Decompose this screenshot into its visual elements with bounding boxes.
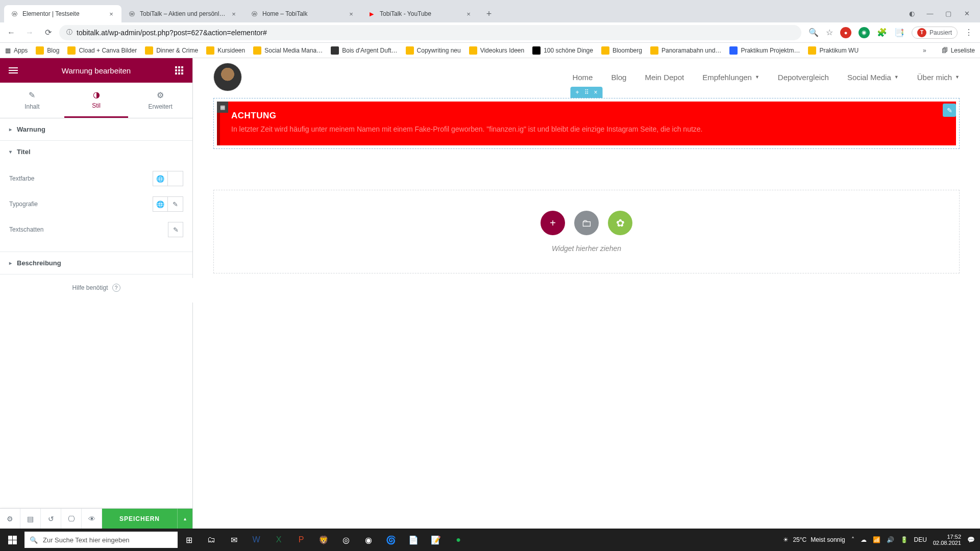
volume-icon[interactable]: 🔊 xyxy=(887,536,894,543)
bookmark-item[interactable]: Praktikum WU xyxy=(808,46,859,55)
add-template-button[interactable]: 🗀 xyxy=(574,211,599,235)
taskbar-app-powerpoint[interactable]: P xyxy=(290,529,312,551)
bookmark-item[interactable]: Bois d'Argent Duft… xyxy=(331,46,397,55)
bookmark-item[interactable]: Dinner & Crime xyxy=(145,46,198,55)
task-view-button[interactable]: ⊞ xyxy=(178,529,200,551)
site-logo[interactable] xyxy=(213,63,242,91)
url-input[interactable]: ⓘ tobitalk.at/wp-admin/post.php?post=627… xyxy=(59,25,801,40)
nav-item-blog[interactable]: Blog xyxy=(611,73,626,82)
extension-abp-icon[interactable]: ● xyxy=(840,27,851,38)
bookmark-item[interactable]: Bloomberg xyxy=(601,46,642,55)
global-typography-button[interactable]: 🌐 xyxy=(153,196,168,212)
edit-section-button[interactable]: ⠿ xyxy=(584,89,589,96)
bookmark-item[interactable]: Praktikum Projektm… xyxy=(729,46,800,55)
preview-canvas[interactable]: Home Blog Mein Depot Empfehlungen▼ Depot… xyxy=(193,58,980,529)
maximize-icon[interactable]: ▢ xyxy=(944,10,952,17)
zoom-icon[interactable]: 🔍 xyxy=(808,28,819,37)
accordion-description[interactable]: ▸Beschreibung xyxy=(0,252,192,274)
wifi-icon[interactable]: 📶 xyxy=(873,536,880,543)
add-section-button[interactable]: + xyxy=(541,211,565,235)
accordion-title[interactable]: ▾Titel xyxy=(0,141,192,163)
bookmark-item[interactable]: 100 schöne Dinge xyxy=(532,46,593,55)
browser-tab[interactable]: ⓦ TobiTalk – Aktien und persönlich… × xyxy=(121,5,244,22)
edit-widget-button[interactable]: ✎ xyxy=(943,104,956,117)
tab-content[interactable]: ✎Inhalt xyxy=(0,83,64,118)
add-section-area[interactable]: + 🗀 ✿ Widget hierher ziehen xyxy=(213,190,960,273)
edit-typography-button[interactable]: ✎ xyxy=(168,196,183,212)
minimize-icon[interactable]: — xyxy=(926,10,934,17)
notifications-icon[interactable]: 💬 xyxy=(967,536,975,543)
save-options-button[interactable]: ▴ xyxy=(177,509,192,529)
taskbar-app-excel[interactable]: X xyxy=(267,529,290,551)
language-indicator[interactable]: DEU xyxy=(914,536,927,543)
history-button[interactable]: ↺ xyxy=(41,509,61,529)
taskbar-search[interactable]: 🔍 Zur Suche Text hier eingeben xyxy=(24,532,178,548)
bookmark-item[interactable]: Copywriting neu xyxy=(406,46,461,55)
global-color-button[interactable]: 🌐 xyxy=(153,171,168,186)
reload-button[interactable]: ⟳ xyxy=(41,26,55,40)
tab-advanced[interactable]: ⚙Erweitert xyxy=(128,83,192,118)
bookmark-item[interactable]: Blog xyxy=(36,46,59,55)
nav-item-depotvergleich[interactable]: Depotvergleich xyxy=(778,73,829,82)
apps-button[interactable]: ▦Apps xyxy=(5,47,28,54)
widgets-panel-button[interactable] xyxy=(173,64,185,77)
taskbar-app-chrome[interactable]: ◉ xyxy=(357,529,380,551)
edit-shadow-button[interactable]: ✎ xyxy=(168,222,183,237)
extension-grammarly-icon[interactable]: ◉ xyxy=(859,27,870,38)
nav-item-social[interactable]: Social Media▼ xyxy=(847,73,899,82)
battery-icon[interactable]: 🔋 xyxy=(900,536,908,543)
profile-paused-button[interactable]: T Pausiert xyxy=(912,27,958,39)
nav-item-depot[interactable]: Mein Depot xyxy=(645,73,684,82)
add-block-button[interactable]: ✿ xyxy=(608,211,632,235)
browser-tab[interactable]: ⓦ Elementor | Testseite × xyxy=(4,5,121,22)
taskbar-app-reader[interactable]: 📄 xyxy=(402,529,425,551)
taskbar-app-mail[interactable]: ✉ xyxy=(223,529,245,551)
nav-item-home[interactable]: Home xyxy=(572,73,593,82)
section[interactable]: ▦ ✎ ACHTUNG In letzter Zeit wird häufig … xyxy=(213,98,960,149)
preview-button[interactable]: 👁 xyxy=(82,509,102,529)
close-icon[interactable]: × xyxy=(464,10,473,18)
taskbar-app-explorer[interactable]: 🗂 xyxy=(200,529,223,551)
bookmark-item[interactable]: Panoramabahn und… xyxy=(650,46,721,55)
onedrive-icon[interactable]: ☁ xyxy=(861,536,867,543)
bookmarks-overflow-button[interactable]: » xyxy=(923,47,926,54)
taskbar-app-notepad[interactable]: 📝 xyxy=(425,529,447,551)
start-button[interactable] xyxy=(0,529,24,551)
bookmark-item[interactable]: Cload + Canva Bilder xyxy=(67,46,137,55)
taskbar-app-obs[interactable]: ◎ xyxy=(335,529,357,551)
account-icon[interactable]: ◐ xyxy=(908,10,916,17)
tab-style[interactable]: ◑Stil xyxy=(64,83,129,118)
bookmark-item[interactable]: Social Media Mana… xyxy=(253,46,323,55)
clock[interactable]: 17:52 02.08.2021 xyxy=(933,534,961,546)
help-link[interactable]: Hilfe benötigt ? xyxy=(0,274,192,301)
nav-item-empfehlungen[interactable]: Empfehlungen▼ xyxy=(702,73,760,82)
forward-button[interactable]: → xyxy=(22,26,37,40)
bookmark-item[interactable]: Kursideen xyxy=(206,46,245,55)
close-icon[interactable]: × xyxy=(107,10,115,18)
column-handle[interactable]: ▦ xyxy=(217,102,228,113)
panel-menu-button[interactable] xyxy=(7,64,19,77)
delete-section-button[interactable]: × xyxy=(594,89,598,96)
navigator-button[interactable]: ▤ xyxy=(20,509,41,529)
taskbar-app-spotify[interactable]: ● xyxy=(447,529,470,551)
weather-widget[interactable]: ☀ 25°C Meist sonnig xyxy=(783,536,845,543)
menu-kebab-icon[interactable]: ⋮ xyxy=(965,28,973,37)
alert-widget[interactable]: ACHTUNG In letzter Zeit wird häufig unte… xyxy=(217,102,956,145)
browser-tab[interactable]: ⓦ Home – TobiTalk × xyxy=(244,5,361,22)
taskbar-app-word[interactable]: W xyxy=(245,529,267,551)
close-window-icon[interactable]: ✕ xyxy=(963,10,971,17)
close-icon[interactable]: × xyxy=(230,10,238,18)
tray-expand-icon[interactable]: ˄ xyxy=(851,536,854,543)
back-button[interactable]: ← xyxy=(4,26,18,40)
save-button[interactable]: SPEICHERN xyxy=(102,509,177,529)
responsive-button[interactable]: 🖵 xyxy=(61,509,82,529)
close-icon[interactable]: × xyxy=(347,10,355,18)
taskbar-app-edge[interactable]: 🌀 xyxy=(380,529,402,551)
add-section-button[interactable]: + xyxy=(575,89,579,96)
site-info-icon[interactable]: ⓘ xyxy=(66,28,72,37)
reading-list-icon[interactable]: 📑 xyxy=(894,28,904,37)
extensions-icon[interactable]: 🧩 xyxy=(877,28,887,37)
settings-button[interactable]: ⚙ xyxy=(0,509,20,529)
bookmark-item[interactable]: Videokurs Ideen xyxy=(469,46,525,55)
color-picker[interactable] xyxy=(168,171,183,186)
